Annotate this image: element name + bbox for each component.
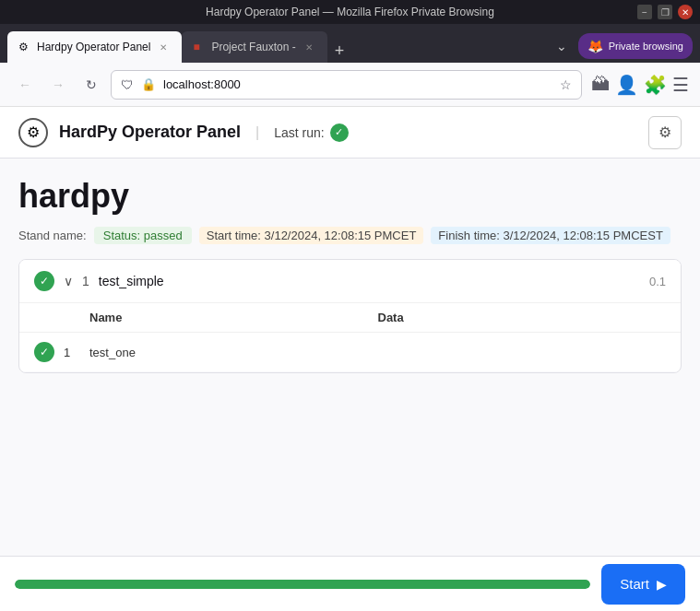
reload-icon: ↻ — [86, 77, 97, 92]
tab-hardpy[interactable]: ⚙ Hardpy Operator Panel ✕ — [7, 31, 182, 63]
tab-favicon-hardpy: ⚙ — [18, 41, 31, 53]
row-name: test_one — [89, 346, 378, 359]
main-content: hardpy Stand name: Status: passed Start … — [0, 159, 700, 373]
app-title: HardPy Operator Panel — [59, 123, 241, 142]
private-browsing-icon: 🦊 — [587, 39, 603, 53]
suite-index: 1 — [82, 274, 89, 288]
suite-status-icon: ✓ — [34, 271, 54, 291]
minimize-button[interactable]: − — [637, 5, 652, 19]
last-run-label: Last run: — [274, 125, 324, 140]
test-suite-card: ✓ ∨ 1 test_simple 0.1 Name Data ✓ 1 test… — [18, 259, 682, 373]
address-protocol-icon: 🔒 — [141, 77, 156, 91]
start-arrow-icon: ▶ — [657, 577, 667, 592]
pocket-icon[interactable]: 🏔 — [591, 74, 610, 95]
url-input[interactable] — [163, 77, 552, 91]
settings-button[interactable]: ⚙ — [648, 116, 682, 149]
row-index: 1 — [64, 346, 70, 359]
col-empty — [34, 311, 89, 324]
header-separator: | — [255, 124, 259, 141]
tab-favicon-fauxton: ■ — [193, 41, 206, 53]
forward-icon: → — [52, 77, 65, 92]
forward-button[interactable]: → — [44, 71, 72, 99]
title-bar: Hardpy Operator Panel — Mozilla Firefox … — [0, 0, 700, 24]
row-status-icon: ✓ — [34, 342, 54, 362]
suite-version: 0.1 — [649, 275, 666, 288]
nav-bar: ← → ↻ 🛡 🔒 ☆ 🏔 👤 🧩 ☰ — [0, 63, 700, 107]
tab-bar: ⚙ Hardpy Operator Panel ✕ ■ Project Faux… — [0, 24, 700, 63]
extensions-icon[interactable]: 🧩 — [644, 74, 667, 96]
back-button[interactable]: ← — [11, 71, 39, 99]
logo-icon: ⚙ — [27, 123, 40, 141]
suite-expand-button[interactable]: ∨ — [64, 274, 73, 288]
test-table: Name Data ✓ 1 test_one — [19, 303, 681, 372]
row-status-cell: ✓ 1 — [34, 342, 89, 362]
tab-fauxton[interactable]: ■ Project Fauxton - ✕ — [182, 31, 326, 63]
start-time: Start time: 3/12/2024, 12:08:15 PMCET — [199, 227, 424, 244]
tab-close-hardpy[interactable]: ✕ — [156, 40, 171, 54]
address-bar[interactable]: 🛡 🔒 ☆ — [111, 70, 582, 100]
finish-time: Finish time: 3/12/2024, 12:08:15 PMCEST — [431, 227, 670, 244]
col-name-header: Name — [89, 311, 378, 324]
bottom-bar: Start ▶ — [0, 556, 700, 611]
close-button[interactable]: ✕ — [678, 5, 693, 19]
table-row: ✓ 1 test_one — [19, 333, 681, 372]
col-data-header: Data — [378, 311, 667, 324]
suite-header: ✓ ∨ 1 test_simple 0.1 — [19, 260, 681, 303]
app-header: ⚙ HardPy Operator Panel | Last run: ✓ ⚙ — [0, 107, 700, 159]
progress-bar-container — [15, 580, 590, 589]
last-run-status-icon: ✓ — [330, 123, 349, 142]
last-run-container: Last run: ✓ — [274, 123, 348, 142]
back-icon: ← — [18, 77, 31, 92]
stand-name-label: Stand name: — [18, 229, 87, 242]
hamburger-menu-icon[interactable]: ☰ — [672, 74, 689, 96]
start-button[interactable]: Start ▶ — [601, 564, 685, 605]
restore-button[interactable]: ❐ — [658, 5, 672, 19]
tab-overflow-button[interactable]: ⌄ — [552, 35, 571, 57]
suite-name: test_simple — [99, 274, 640, 288]
settings-icon: ⚙ — [658, 123, 671, 141]
app-logo: ⚙ — [18, 118, 48, 147]
tab-close-fauxton[interactable]: ✕ — [302, 40, 316, 54]
bookmark-icon[interactable]: ☆ — [560, 77, 572, 92]
reload-button[interactable]: ↻ — [77, 71, 105, 99]
start-button-label: Start — [620, 576, 649, 592]
private-browsing-badge[interactable]: 🦊 Private browsing — [578, 33, 693, 59]
tab-label-fauxton: Project Fauxton - — [211, 41, 295, 53]
window-controls: − ❐ ✕ — [637, 5, 693, 19]
status-badge: Status: passed — [94, 227, 192, 244]
account-icon[interactable]: 👤 — [615, 74, 638, 96]
table-header: Name Data — [19, 303, 681, 333]
tab-label-hardpy: Hardpy Operator Panel — [37, 41, 150, 53]
tab-bar-right: ⌄ 🦊 Private browsing — [552, 33, 693, 59]
progress-bar-fill — [15, 580, 590, 589]
window-title: Hardpy Operator Panel — Mozilla Firefox … — [206, 6, 494, 18]
project-title: hardpy — [18, 177, 682, 216]
private-browsing-label: Private browsing — [609, 41, 683, 52]
meta-row: Stand name: Status: passed Start time: 3… — [18, 227, 682, 244]
shield-icon: 🛡 — [121, 77, 134, 92]
new-tab-button[interactable]: + — [327, 42, 352, 59]
